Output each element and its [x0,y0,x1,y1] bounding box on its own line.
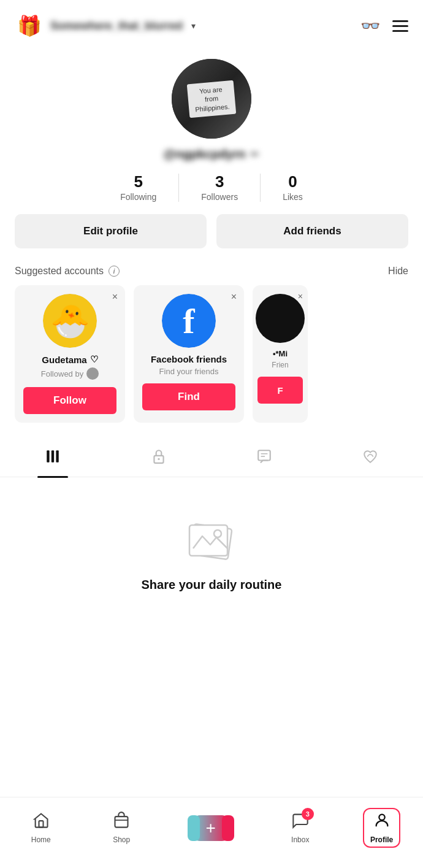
gudetama-sub-text: Followed by [41,369,83,378]
glasses-icon[interactable]: 👓 [360,17,380,36]
empty-state-title: Share your daily routine [142,578,282,592]
bottom-nav: Home Shop + 3 Inbox [0,797,423,868]
suggested-cards-row: × 🐣 Gudetama ♡ Followed by Follow × f Fa… [15,285,408,423]
svg-rect-1 [51,450,54,463]
gudetama-sub: Followed by [41,367,99,380]
gudetama-name: Gudetama ♡ [42,354,97,365]
profile-nav-icon [373,812,391,833]
partial-sub-text: Frien [272,361,288,369]
profile-label: Profile [370,835,393,844]
find-button[interactable]: Find [142,383,235,410]
home-icon [32,812,50,833]
following-count: 5 [134,174,142,190]
plus-icon: + [205,818,215,838]
home-label: Home [31,835,51,844]
likes-count: 0 [288,174,297,190]
avatar-note: You are from Philippines. [187,80,237,117]
inbox-badge: 3 [302,808,314,820]
close-card-partial[interactable]: × [298,291,303,301]
facebook-sub-text: Find your friends [159,367,219,376]
suggested-card-gudetama: × 🐣 Gudetama ♡ Followed by Follow [15,285,125,423]
menu-line-3 [392,30,408,32]
svg-rect-2 [56,450,59,463]
likes-label: Likes [283,192,303,202]
following-label: Following [120,192,156,202]
shop-label: Shop [113,835,130,844]
suggested-card-facebook: × f Facebook friends Find your friends F… [134,285,244,423]
nav-item-inbox[interactable]: 3 Inbox [283,808,318,848]
content-tabs [0,440,423,477]
partial-action-button[interactable]: F [257,377,303,404]
partial-avatar [256,294,305,343]
gudetama-heart: ♡ [90,354,98,365]
close-card-facebook[interactable]: × [231,291,237,302]
gift-icon: 🎁 [15,11,44,40]
facebook-avatar: f [162,294,216,348]
likes-stat[interactable]: 0 Likes [261,174,325,202]
header-left: 🎁 Somewhere_that_blurred ▾ [15,11,196,40]
partial-name: •*Mi [273,349,288,358]
gudetama-avatar: 🐣 [43,294,97,348]
edit-icon[interactable]: ✏ [250,148,259,161]
edit-profile-button[interactable]: Edit profile [15,214,207,248]
avatar-image: You are from Philippines. [172,59,251,139]
followed-avatar-icon [86,367,99,380]
suggested-header: Suggested accounts i Hide [15,266,408,277]
avatar-note-line3: Philippines. [195,102,230,113]
empty-state-icon [181,514,242,566]
tab-videos[interactable] [0,440,106,477]
tab-locked[interactable] [106,440,212,477]
facebook-name-text: Facebook friends [151,354,227,364]
videos-tab-icon [45,448,61,468]
svg-rect-11 [39,821,43,828]
menu-line-1 [392,20,408,22]
nav-item-home[interactable]: Home [23,808,59,848]
lock-tab-icon [151,448,167,468]
inbox-label: Inbox [291,835,309,844]
menu-icon[interactable] [392,20,408,32]
empty-state: Share your daily routine [0,477,423,670]
svg-rect-0 [47,450,50,463]
close-card-gudetama[interactable]: × [112,291,118,302]
add-friends-button[interactable]: Add friends [216,214,408,248]
create-button[interactable]: + [192,815,229,841]
tab-saved[interactable] [212,440,318,477]
nav-item-create[interactable]: + [184,815,238,841]
followers-count: 3 [215,174,224,190]
followers-stat[interactable]: 3 Followers [179,174,261,202]
suggested-title: Suggested accounts i [15,266,120,277]
svg-point-4 [158,458,159,460]
tab-liked[interactable] [318,440,424,477]
header-right: 👓 [360,17,408,36]
suggested-title-text: Suggested accounts [15,266,104,277]
info-i: i [113,267,115,275]
nav-item-profile[interactable]: Profile [363,808,400,848]
following-stat[interactable]: 5 Following [98,174,179,202]
follow-button[interactable]: Follow [23,387,116,414]
header-username: Somewhere_that_blurred [50,20,183,33]
facebook-name: Facebook friends [151,354,227,364]
avatar: You are from Philippines. [172,59,251,139]
partial-name-text: •*Mi [273,349,288,358]
svg-rect-5 [259,450,271,460]
shop-icon [113,812,130,833]
gudetama-name-text: Gudetama [42,355,86,365]
menu-line-2 [392,25,408,27]
gudetama-image: 🐣 [43,294,97,348]
action-buttons: Edit profile Add friends [0,214,423,248]
stats-row: 5 Following 3 Followers 0 Likes [15,174,408,202]
hide-button[interactable]: Hide [388,266,408,277]
facebook-sub: Find your friends [159,367,219,376]
profile-username: @ngpkcpdyrn ✏ [164,147,260,161]
liked-tab-icon [362,448,378,468]
nav-item-shop[interactable]: Shop [104,808,139,848]
svg-rect-9 [189,525,227,556]
avatar-note-line2: from [204,94,218,103]
suggested-section: Suggested accounts i Hide × 🐣 Gudetama ♡… [0,266,423,423]
chevron-down-icon[interactable]: ▾ [191,21,196,31]
saved-tab-icon [256,448,272,468]
info-icon[interactable]: i [109,266,120,277]
svg-rect-12 [115,816,128,828]
inbox-icon-container: 3 [292,812,309,833]
suggested-card-partial: × •*Mi Frien F [253,285,308,423]
